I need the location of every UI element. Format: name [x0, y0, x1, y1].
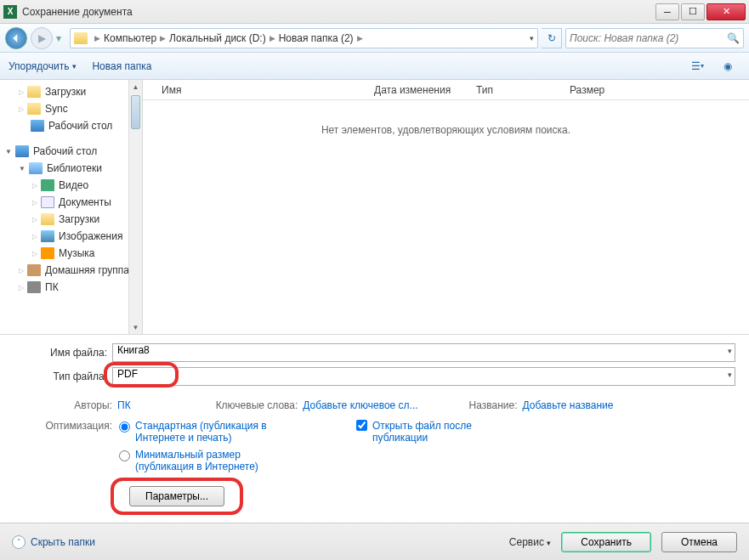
folder-icon	[41, 213, 54, 225]
navbar: ▶ ▾ ▶ Компьютер ▶ Локальный диск (D:) ▶ …	[0, 24, 749, 53]
app-icon: X	[3, 5, 17, 19]
checkbox-open-after-input[interactable]	[356, 420, 367, 431]
chevron-right-icon: ▶	[270, 34, 275, 42]
metadata-row: Авторы: ПК Ключевые слова: Добавьте ключ…	[0, 396, 749, 415]
tree-expand-icon[interactable]: ▼	[19, 165, 26, 173]
authors-value[interactable]: ПК	[117, 399, 131, 411]
sidebar-item-label: Домашняя группа	[45, 264, 129, 276]
title-value[interactable]: Добавьте название	[523, 399, 614, 411]
titlebar: X Сохранение документа ─ ☐ ✕	[0, 0, 749, 24]
address-bar[interactable]: ▶ Компьютер ▶ Локальный диск (D:) ▶ Нова…	[70, 28, 538, 48]
tree-collapse-icon[interactable]: ▷	[19, 88, 24, 96]
search-box[interactable]: 🔍	[565, 28, 744, 48]
view-mode-button[interactable]: ☰ ▾	[684, 57, 710, 76]
scroll-thumb[interactable]	[131, 95, 140, 129]
sidebar-item[interactable]: ▼Библиотеки	[0, 160, 142, 177]
options-button[interactable]: Параметры...	[129, 486, 224, 506]
title-label: Название:	[469, 399, 518, 411]
desktop-icon	[15, 145, 29, 157]
sidebar-item[interactable]: ▷Загрузки	[0, 211, 142, 228]
sidebar-item-label: Загрузки	[59, 213, 99, 225]
toolbar: Упорядочить ▾ Новая папка ☰ ▾ ◉	[0, 53, 749, 80]
sidebar-item[interactable]: ▷Загрузки	[0, 83, 142, 100]
breadcrumb-item[interactable]: Локальный диск (D:)	[169, 32, 266, 44]
hide-folders-label: Скрыть папки	[31, 536, 95, 548]
img-icon	[41, 230, 54, 242]
radio-standard[interactable]: Стандартная (публикация в Интернете и пе…	[119, 420, 288, 444]
scroll-up-icon[interactable]: ▲	[129, 80, 142, 93]
filetype-value: PDF	[117, 368, 138, 380]
nav-back-button[interactable]	[5, 27, 27, 49]
column-date[interactable]: Дата изменения	[367, 84, 469, 96]
keywords-value[interactable]: Добавьте ключевое сл...	[303, 399, 417, 411]
maximize-button[interactable]: ☐	[681, 3, 705, 20]
filename-label: Имя файла:	[14, 347, 112, 359]
folder-icon	[74, 32, 88, 44]
tree-expand-icon[interactable]: ▼	[5, 148, 12, 156]
breadcrumb-item[interactable]: Новая папка (2)	[279, 32, 354, 44]
chevron-down-icon[interactable]: ▾	[728, 371, 732, 379]
tree-collapse-icon[interactable]: ▷	[19, 267, 24, 274]
address-dropdown-icon[interactable]: ▾	[530, 34, 534, 42]
tools-menu[interactable]: Сервис ▾	[509, 536, 551, 548]
sidebar-item[interactable]: ▷Музыка	[0, 245, 142, 262]
window-title: Сохранение документа	[22, 6, 654, 18]
minimize-button[interactable]: ─	[655, 3, 679, 20]
sidebar-item-label: Загрузки	[45, 86, 86, 98]
help-button[interactable]: ◉	[715, 57, 740, 76]
checkbox-open-after[interactable]: Открыть файл после публикации	[356, 420, 508, 444]
tree-collapse-icon[interactable]: ▷	[32, 233, 37, 240]
breadcrumb-item[interactable]: Компьютер	[104, 32, 156, 44]
organize-menu[interactable]: Упорядочить ▾	[9, 60, 77, 72]
column-size[interactable]: Размер	[563, 84, 631, 96]
cancel-button[interactable]: Отмена	[661, 532, 737, 552]
keywords-label: Ключевые слова:	[216, 399, 298, 411]
video-icon	[41, 179, 54, 191]
doc-icon	[41, 196, 54, 208]
column-name[interactable]: Имя	[155, 84, 367, 96]
radio-minimal-input[interactable]	[119, 450, 130, 461]
sidebar-item[interactable]: ▷Домашняя группа	[0, 262, 142, 279]
chevron-right-icon: ▶	[94, 34, 100, 42]
nav-forward-button[interactable]: ▶	[31, 27, 53, 49]
chevron-down-icon[interactable]: ▾	[728, 347, 732, 355]
tree-collapse-icon[interactable]: ▷	[32, 199, 37, 206]
radio-standard-input[interactable]	[119, 421, 130, 433]
radio-minimal[interactable]: Минимальный размер (публикация в Интерне…	[119, 449, 288, 472]
sidebar-item[interactable]: Рабочий стол	[0, 117, 142, 134]
scroll-down-icon[interactable]: ▼	[129, 320, 142, 334]
save-button[interactable]: Сохранить	[561, 532, 651, 552]
tree-collapse-icon[interactable]: ▷	[32, 182, 37, 189]
refresh-button[interactable]: ↻	[542, 28, 562, 48]
filetype-combobox[interactable]: PDF ▾	[112, 367, 735, 386]
tree-collapse-icon[interactable]: ▷	[19, 284, 24, 291]
close-button[interactable]: ✕	[706, 3, 746, 20]
tree-collapse-icon[interactable]: ▷	[32, 216, 37, 223]
empty-message: Нет элементов, удовлетворяющих условиям …	[143, 100, 749, 334]
search-input[interactable]	[570, 32, 727, 44]
sidebar-item[interactable]: ▷ПК	[0, 279, 142, 296]
column-type[interactable]: Тип	[469, 84, 563, 96]
filename-combobox[interactable]: Книга8 ▾	[112, 343, 735, 362]
sidebar-item[interactable]: ▼Рабочий стол	[0, 143, 142, 160]
sidebar-item[interactable]: ▷Видео	[0, 177, 142, 194]
sidebar-scrollbar[interactable]: ▲ ▼	[128, 80, 142, 334]
tree-collapse-icon[interactable]: ▷	[19, 105, 24, 113]
hide-folders-toggle[interactable]: ˄ Скрыть папки	[12, 535, 95, 549]
sidebar-item-label: Рабочий стол	[33, 145, 97, 157]
sidebar-item[interactable]: ▷Sync	[0, 100, 142, 117]
sidebar-item-label: Музыка	[59, 247, 94, 259]
organize-label: Упорядочить	[9, 60, 69, 72]
sidebar-item[interactable]: ▷Документы	[0, 194, 142, 211]
sidebar-item-label: ПК	[45, 281, 59, 293]
search-icon[interactable]: 🔍	[727, 32, 740, 44]
sidebar-item-label: Видео	[59, 179, 88, 191]
save-form: Имя файла: Книга8 ▾ Тип файла: PDF ▾	[0, 335, 749, 396]
sidebar-item[interactable]: ▷Изображения	[0, 228, 142, 245]
file-list: Имя Дата изменения Тип Размер Нет элемен…	[143, 80, 749, 334]
tree-collapse-icon[interactable]: ▷	[32, 250, 37, 257]
highlight-params: Параметры...	[111, 478, 243, 515]
nav-history-dropdown[interactable]: ▾	[56, 32, 66, 44]
new-folder-button[interactable]: Новая папка	[92, 60, 151, 72]
home-icon	[27, 264, 41, 276]
